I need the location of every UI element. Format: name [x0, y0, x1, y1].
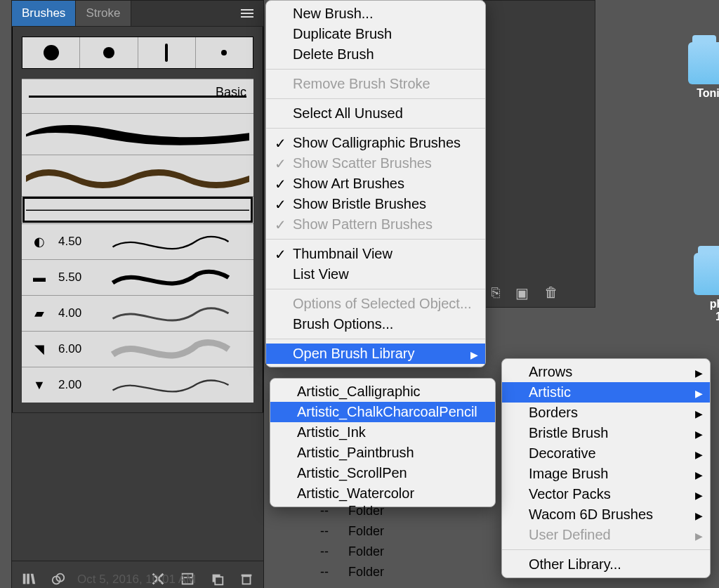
bristle-row-1[interactable]: ◐ 4.50 [22, 223, 253, 259]
bg-folder-row-4: --Folder [320, 565, 384, 580]
menu-item-artistic-watercolor[interactable]: Artistic_Watercolor [270, 483, 495, 504]
svg-rect-13 [242, 575, 252, 577]
desktop-folder-tonic[interactable]: Tonic L [674, 42, 719, 100]
tab-stroke[interactable]: Stroke [76, 1, 131, 26]
bristle-value: 4.00 [58, 306, 86, 320]
cc-icon[interactable] [50, 570, 67, 587]
libraries-icon[interactable] [20, 570, 37, 587]
svg-rect-2 [27, 574, 29, 584]
svg-marker-3 [31, 574, 35, 584]
menu-item-list-view[interactable]: List View [266, 264, 485, 285]
bristle-value: 5.50 [58, 270, 86, 285]
menu-item-show-art-brushes[interactable]: Show Art Brushes [266, 174, 485, 194]
desktop-folder-phot[interactable]: phot 11 [680, 253, 719, 323]
fan-icon: ◥ [29, 341, 50, 357]
menu-item-decorative[interactable]: Decorative [502, 443, 710, 464]
menu-item-bristle-brush[interactable]: Bristle Brush [502, 423, 710, 443]
panel-tab-bar: Brushes Stroke [12, 1, 263, 27]
preset-dot-thinline[interactable] [138, 37, 196, 68]
folder-label: phot [680, 298, 719, 311]
menu-item-artistic-paintbrush[interactable]: Artistic_Paintbrush [270, 443, 495, 463]
menu-item-duplicate-brush[interactable]: Duplicate Brush [266, 24, 485, 44]
new-brush-icon[interactable] [209, 570, 225, 587]
bristle-row-4[interactable]: ◥ 6.00 [22, 331, 253, 367]
brush-art-brush2-row[interactable] [22, 155, 253, 196]
menu-item-other-library-[interactable]: Other Library... [502, 554, 710, 575]
preset-dot-small[interactable] [196, 37, 253, 68]
preset-dot-medium[interactable] [80, 37, 138, 68]
bristle-value: 6.00 [58, 342, 86, 356]
menu-item-open-brush-library[interactable]: Open Brush Library [266, 344, 485, 364]
preset-dot-large[interactable] [22, 37, 80, 68]
menu-item-artistic[interactable]: Artistic [502, 382, 710, 403]
menu-item-artistic-chalkcharcoalpencil[interactable]: Artistic_ChalkCharcoalPencil [270, 402, 495, 422]
bristle-row-3[interactable]: ▰ 4.00 [22, 295, 253, 331]
bg-folder-row-2: --Folder [320, 524, 384, 539]
menu-item-vector-packs[interactable]: Vector Packs [502, 484, 710, 504]
brushes-panel: Brushes Stroke Basic ◐ 4.50 ▬ 5.50 ▰ [11, 0, 264, 588]
bg-folder-row-3: --Folder [320, 544, 384, 559]
delete-brush-icon[interactable] [238, 570, 255, 587]
bg-folder-row-1: --Folder [320, 504, 384, 518]
chisel-icon: ▼ [29, 378, 50, 393]
folder-icon [688, 42, 719, 84]
panel-flyout-menu-icon[interactable] [237, 5, 263, 22]
menu-item-artistic-ink[interactable]: Artistic_Ink [270, 422, 495, 443]
menu-item-thumbnail-view[interactable]: Thumbnail View [266, 244, 485, 264]
link-icon[interactable]: ⎘ [492, 285, 500, 301]
svg-rect-11 [215, 577, 223, 584]
menu-item-select-all-unused[interactable]: Select All Unused [266, 103, 485, 124]
brush-basic-row[interactable]: Basic [22, 79, 253, 113]
menu-item-arrows[interactable]: Arrows [502, 362, 710, 382]
bristle-row-2[interactable]: ▬ 5.50 [22, 259, 253, 295]
angle-icon: ▰ [29, 306, 50, 321]
folder-label: Tonic L [674, 87, 719, 100]
round-fan-icon: ◐ [29, 234, 50, 249]
menu-item-borders[interactable]: Borders [502, 403, 710, 423]
brushes-flyout-menu: New Brush...Duplicate BrushDelete BrushR… [265, 0, 486, 367]
menu-item-new-brush-[interactable]: New Brush... [266, 4, 485, 24]
bristle-value: 4.50 [58, 235, 86, 249]
clipped-date-text: Oct 5, 2016, 10:01 AM [77, 573, 196, 587]
tab-brushes[interactable]: Brushes [12, 1, 76, 26]
menu-item-options-of-selected-object-: Options of Selected Object... [266, 294, 485, 314]
svg-rect-0 [26, 209, 249, 211]
folder-icon [694, 253, 719, 295]
menu-item-wacom-6d-brushes[interactable]: Wacom 6D Brushes [502, 504, 710, 525]
menu-item-show-scatter-brushes: Show Scatter Brushes [266, 153, 485, 174]
menu-item-user-defined: User Defined [502, 525, 710, 545]
bristle-row-5[interactable]: ▼ 2.00 [22, 367, 253, 403]
bristle-value: 2.00 [58, 378, 86, 392]
right-panel-footer-icons: ⎘ ▣ 🗑 [492, 285, 558, 301]
brush-library-categories-menu: ArrowsArtisticBordersBristle BrushDecora… [501, 358, 711, 578]
basic-label: Basic [216, 85, 246, 100]
new-icon[interactable]: ▣ [515, 285, 529, 301]
folder-label2: 11 [680, 311, 719, 323]
menu-item-artistic-scrollpen[interactable]: Artistic_ScrollPen [270, 463, 495, 483]
artistic-submenu: Artistic_CalligraphicArtistic_ChalkCharc… [270, 378, 496, 507]
menu-item-artistic-calligraphic[interactable]: Artistic_Calligraphic [270, 381, 495, 402]
flat-icon: ▬ [29, 270, 50, 285]
menu-item-show-pattern-brushes: Show Pattern Brushes [266, 214, 485, 235]
svg-rect-1 [23, 574, 26, 584]
brush-thin-line-row[interactable] [22, 196, 253, 223]
menu-item-delete-brush[interactable]: Delete Brush [266, 44, 485, 65]
right-dark-panel [483, 0, 595, 308]
calligraphic-presets-row [22, 37, 253, 69]
menu-item-show-bristle-brushes[interactable]: Show Bristle Brushes [266, 194, 485, 214]
menu-item-image-brush[interactable]: Image Brush [502, 464, 710, 484]
svg-rect-12 [243, 576, 251, 584]
brush-art-brush1-row[interactable] [22, 113, 253, 155]
trash-icon[interactable]: 🗑 [544, 285, 558, 301]
menu-item-remove-brush-stroke: Remove Brush Stroke [266, 74, 485, 94]
menu-item-brush-options-[interactable]: Brush Options... [266, 314, 485, 334]
menu-item-show-calligraphic-brushes[interactable]: Show Calligraphic Brushes [266, 133, 485, 153]
